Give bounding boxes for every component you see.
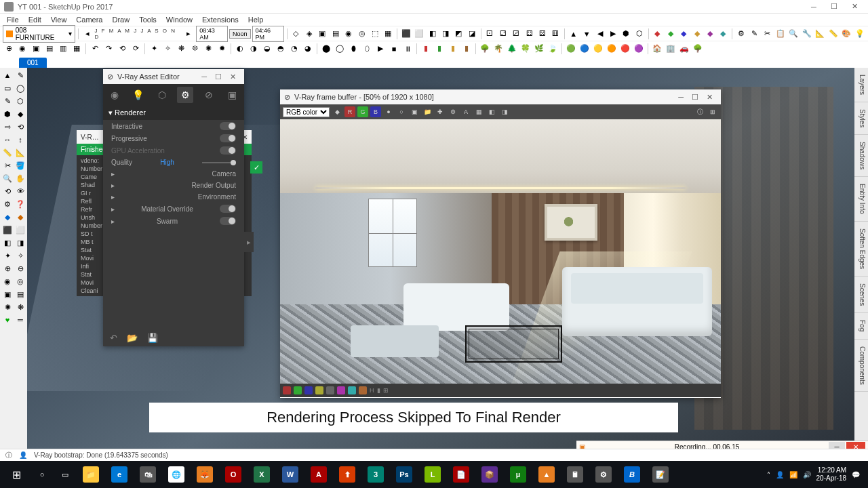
menu-extensions[interactable]: Extensions	[198, 15, 243, 24]
tool-icon[interactable]: ◉	[1, 275, 14, 287]
tool-icon[interactable]: 💡	[854, 28, 865, 40]
close-button[interactable]: ✕	[703, 93, 717, 101]
notifications-icon[interactable]: 💬	[852, 471, 860, 479]
tool-icon[interactable]: ◈	[303, 28, 315, 40]
menu-camera[interactable]: Camera	[72, 15, 106, 24]
minimize-button[interactable]: ─	[197, 73, 211, 81]
search-button[interactable]: ○	[31, 464, 53, 485]
tool-icon[interactable]: ⬢	[620, 28, 632, 40]
tool-icon[interactable]: ◨	[14, 237, 26, 249]
tool-icon[interactable]: ⟳	[130, 43, 142, 55]
group-render-output[interactable]: ▸ Render Output	[103, 180, 244, 191]
quality-slider[interactable]	[202, 162, 236, 163]
maximize-button[interactable]: ☐	[825, 1, 844, 13]
tool-icon[interactable]: ◀	[594, 28, 606, 40]
tool-icon[interactable]: ⚄	[536, 28, 548, 40]
tray-network-icon[interactable]: 📶	[789, 471, 797, 479]
tab-frame[interactable]: ▣	[224, 87, 241, 103]
toggle-progressive[interactable]	[220, 134, 236, 142]
tool-icon[interactable]: 🎨	[840, 28, 852, 40]
menu-view[interactable]: View	[47, 15, 71, 24]
toggle-swarm[interactable]	[220, 217, 236, 225]
tool-icon[interactable]: 🟡	[592, 43, 604, 55]
tool-icon[interactable]: ❋	[14, 301, 26, 313]
tool-icon[interactable]: ✂	[762, 28, 773, 40]
fb-tool[interactable]: ⚙	[448, 106, 458, 117]
fb-tool[interactable]: ◨	[499, 106, 510, 117]
tool-icon[interactable]: ⊕	[1, 262, 14, 274]
toggle-gpu[interactable]	[220, 146, 236, 155]
channel-r[interactable]: R	[344, 106, 355, 117]
tool-icon[interactable]: ⚁	[497, 28, 509, 40]
status-swatch[interactable]	[337, 386, 345, 394]
tool-icon[interactable]: ❋	[175, 43, 187, 55]
app-opera[interactable]: O	[220, 461, 247, 488]
tool-icon[interactable]: ▮	[460, 43, 473, 55]
tool-icon[interactable]: ◆	[652, 28, 663, 40]
tool-icon[interactable]: ▣	[317, 28, 328, 40]
status-swatch[interactable]	[359, 386, 367, 394]
app-3dsmax[interactable]: 3	[362, 461, 389, 488]
tool-icon[interactable]: 🔧	[801, 28, 812, 40]
tool-icon[interactable]: ✋	[14, 172, 26, 184]
status-icon[interactable]: H	[370, 387, 374, 394]
tool-icon[interactable]: ⊖	[14, 262, 26, 274]
app-calc[interactable]: 🖩	[561, 461, 589, 488]
tray-up-icon[interactable]: ˄	[767, 471, 770, 479]
tool-icon[interactable]: 🍀	[519, 43, 532, 55]
tool-icon[interactable]: ⇨	[1, 121, 14, 133]
tool-icon[interactable]: ▦	[382, 28, 394, 40]
tool-icon[interactable]: ❓	[14, 198, 26, 210]
tool-icon[interactable]: ⟲	[116, 43, 128, 55]
tool-icon[interactable]: ▥	[57, 43, 69, 55]
tool-icon[interactable]: ⬡	[14, 95, 26, 107]
app-winrar[interactable]: 📦	[476, 461, 503, 488]
app-photoshop[interactable]: Ps	[391, 461, 418, 488]
tab-lights[interactable]: 💡	[130, 87, 146, 103]
tool-icon[interactable]: ✧	[161, 43, 174, 55]
status-swatch[interactable]	[348, 386, 356, 394]
tool-icon[interactable]: ✧	[14, 249, 26, 262]
tool-icon[interactable]: ⬜	[14, 224, 26, 236]
tool-icon[interactable]: ✺	[1, 301, 14, 313]
tool-icon[interactable]: ▣	[1, 288, 14, 300]
app-edge[interactable]: e	[106, 461, 133, 488]
tool-icon[interactable]: ◎	[14, 275, 26, 287]
prev-button[interactable]: ◂	[81, 28, 93, 40]
tool-icon[interactable]: ◆	[1, 211, 14, 223]
app-chrome[interactable]: 🌐	[163, 461, 190, 488]
app-explorer[interactable]: 📁	[77, 461, 104, 488]
tool-icon[interactable]: 🔵	[578, 43, 591, 55]
fb-tool[interactable]: ✚	[435, 106, 446, 117]
tab-geometry[interactable]: ⬡	[154, 87, 170, 103]
tool-icon[interactable]: 📐	[14, 146, 26, 159]
scene-tab-001[interactable]: 001	[19, 58, 47, 68]
fb-tool[interactable]: ●	[383, 106, 394, 117]
tool-icon[interactable]: ◧	[1, 237, 14, 249]
tool-icon[interactable]: 🔍	[788, 28, 800, 40]
tool-icon[interactable]: ⚀	[484, 28, 496, 40]
start-button[interactable]: ⊞	[3, 461, 30, 488]
toggle-interactive[interactable]	[220, 122, 236, 130]
tool-icon[interactable]: ▮	[420, 43, 432, 55]
tool-icon[interactable]: ⬮	[347, 43, 359, 55]
tray-layers[interactable]: Layers	[854, 68, 868, 102]
save-icon[interactable]: 💾	[147, 333, 158, 343]
tool-icon[interactable]: 🔍	[1, 172, 14, 184]
tool-icon[interactable]: 👁	[14, 185, 26, 197]
fb-tool[interactable]: ▦	[473, 106, 484, 117]
tray-people-icon[interactable]: 👤	[776, 471, 784, 479]
minimize-button[interactable]: ─	[674, 93, 688, 101]
tool-icon[interactable]: ▲	[568, 28, 579, 40]
month-ruler[interactable]: J F M A M J J A S O N D	[94, 28, 181, 40]
taskview-button[interactable]: ▭	[54, 464, 76, 485]
app-autocad[interactable]: A	[305, 461, 332, 488]
tool-icon[interactable]: 🌲	[506, 43, 518, 55]
channel-g[interactable]: G	[357, 106, 368, 117]
tool-icon[interactable]: ▣	[30, 43, 42, 55]
vray-frame-buffer[interactable]: ⊘V-Ray frame buffer - [50% of 1920 x 108…	[280, 89, 721, 398]
tool-icon[interactable]: 📐	[814, 28, 826, 40]
tool-icon[interactable]: ◑	[248, 43, 260, 55]
minimize-button[interactable]: ─	[804, 1, 823, 13]
menu-tools[interactable]: Tools	[135, 15, 161, 24]
